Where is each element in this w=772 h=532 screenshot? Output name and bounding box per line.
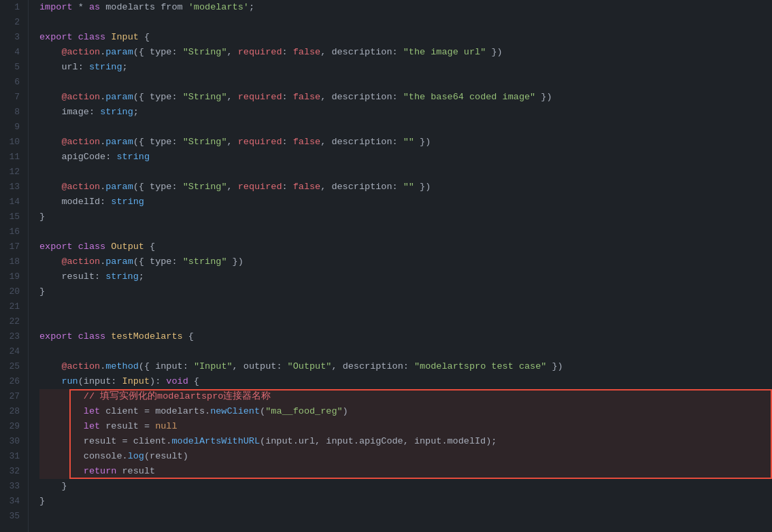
token-plain: :: [282, 92, 293, 102]
token-plain: }: [39, 481, 67, 491]
code-line: @action.param({ type: "String", required…: [39, 135, 772, 150]
token-kw: let: [84, 406, 100, 416]
token-plain: *: [73, 2, 89, 12]
line-number: 32: [7, 464, 20, 479]
token-plain: [39, 391, 84, 401]
token-plain: ,: [320, 47, 331, 57]
token-fn: param: [105, 47, 133, 57]
token-plain: ,: [226, 137, 237, 147]
token-str: "": [403, 137, 414, 147]
code-line: modelId: string: [39, 195, 772, 210]
token-plain: [39, 376, 61, 386]
token-plain: }: [39, 212, 45, 222]
token-fn: string: [111, 197, 144, 207]
token-plain: ;: [249, 2, 254, 12]
token-type: Input: [122, 376, 150, 386]
token-plain: (input:: [78, 376, 122, 386]
token-plain: type: [150, 47, 171, 57]
token-plain: client = modelarts.: [100, 406, 210, 416]
line-number: 21: [7, 299, 20, 314]
token-plain: modelarts: [100, 2, 161, 12]
token-plain: type: [150, 137, 171, 147]
token-plain: [39, 271, 61, 282]
token-kw: class: [78, 32, 106, 42]
token-plain: [39, 62, 61, 72]
line-number: 7: [7, 90, 20, 105]
line-number: 34: [7, 494, 20, 509]
token-plain: :: [183, 361, 194, 371]
line-number: 26: [7, 374, 20, 389]
code-content: 1234567891011121314151617181920212223242…: [0, 0, 772, 532]
token-kw: void: [166, 376, 188, 386]
token-kw2: false: [293, 182, 321, 192]
token-fn: string: [116, 152, 150, 162]
line-number: 4: [7, 45, 20, 60]
token-decorator: @action: [61, 137, 100, 147]
line-number: 15: [7, 210, 20, 225]
token-plain: ,: [331, 361, 342, 371]
code-line: @action.param({ type: "string" }): [39, 254, 772, 269]
code-line: export class Input {: [39, 30, 772, 45]
token-plain: ):: [150, 376, 166, 386]
token-type: testModelarts: [111, 331, 182, 342]
token-plain: ({: [139, 361, 155, 371]
code-line: @action.param({ type: "String", required…: [39, 90, 772, 105]
token-plain: (input.url, input.apigCode, input.modelI…: [260, 436, 497, 446]
code-line: apigCode: string: [39, 150, 772, 165]
token-plain: :: [392, 92, 403, 102]
line-number: 24: [7, 344, 20, 359]
token-plain: result = client.: [84, 436, 172, 446]
token-plain: [39, 92, 61, 102]
token-str: "the base64 coded image": [403, 92, 535, 102]
token-kw2: required: [238, 92, 282, 102]
token-plain: description: [331, 137, 392, 147]
token-plain: ({: [133, 182, 150, 192]
line-number: 22: [7, 314, 20, 329]
token-fn: string: [100, 107, 133, 117]
token-plain: {: [144, 242, 155, 252]
code-line: // 填写实例化的modelartspro连接器名称: [39, 389, 772, 404]
token-plain: ({: [133, 256, 150, 267]
token-plain: :: [171, 92, 182, 102]
token-plain: :: [276, 361, 287, 371]
token-str: 'modelarts': [188, 2, 249, 12]
line-numbers: 1234567891011121314151617181920212223242…: [0, 0, 29, 532]
code-line: }: [39, 284, 772, 299]
token-comment-cn: // 填写实例化的modelartspro连接器名称: [84, 391, 271, 401]
line-number: 20: [7, 284, 20, 299]
token-plain: [73, 331, 78, 342]
code-line: }: [39, 210, 772, 225]
line-number: 9: [7, 120, 20, 135]
code-line: [39, 344, 772, 359]
token-decorator: @action: [61, 361, 100, 371]
token-plain: input: [155, 361, 183, 371]
token-str: "the image url": [403, 47, 486, 57]
line-number: 16: [7, 225, 20, 239]
token-plain: image:: [61, 107, 100, 117]
token-fn: param: [105, 137, 133, 147]
line-number: 6: [7, 75, 20, 90]
token-type: Input: [111, 32, 139, 42]
token-fn: run: [61, 376, 78, 386]
token-kw: as: [89, 2, 100, 12]
token-plain: :: [171, 137, 182, 147]
token-plain: }: [39, 286, 45, 297]
token-fn: string: [105, 271, 139, 282]
line-number: 10: [7, 135, 20, 150]
token-plain: type: [150, 256, 171, 267]
token-plain: modelId:: [61, 197, 111, 207]
token-plain: description: [331, 92, 392, 102]
token-plain: [39, 406, 84, 416]
token-kw2: required: [238, 137, 282, 147]
code-line: let client = modelarts.newClient("ma__fo…: [39, 404, 772, 419]
token-plain: result =: [100, 421, 155, 431]
token-fn: newClient: [210, 406, 260, 416]
token-plain: [39, 466, 84, 476]
token-plain: [73, 32, 78, 42]
line-number: 2: [7, 15, 20, 30]
code-line: export class Output {: [39, 239, 772, 254]
token-decorator: @action: [61, 182, 100, 192]
token-plain: ;: [133, 107, 139, 117]
code-line: }: [39, 494, 772, 509]
line-number: 30: [7, 434, 20, 449]
